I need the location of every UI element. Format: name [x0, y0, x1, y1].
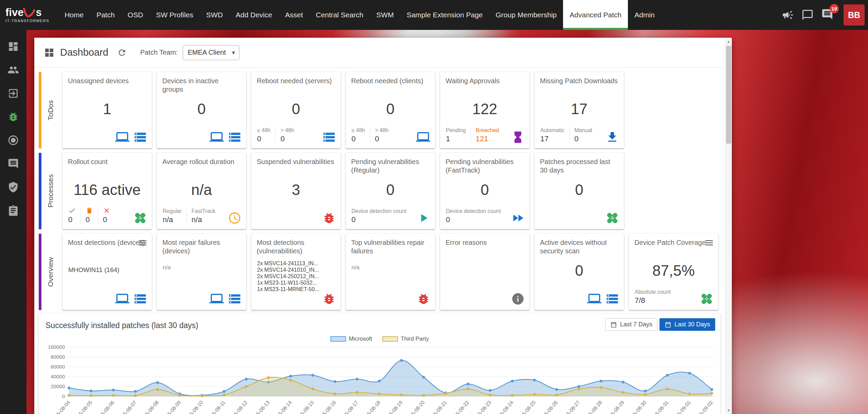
card-missing-patch-downloads[interactable]: Missing Patch Downloads 17 Automatic17 M… [535, 72, 624, 148]
card-menu-icon[interactable] [704, 238, 714, 248]
nav-item-home[interactable]: Home [58, 0, 90, 30]
card-title: Patches processed last 30 days [535, 153, 624, 175]
scrollbar-thumb[interactable] [726, 46, 731, 144]
last-7-days-button[interactable]: Last 7 Days [605, 318, 657, 331]
svg-text:25-08-15: 25-08-15 [297, 399, 315, 414]
card-reboot-needed-clients[interactable]: Reboot needed (clients) 0 ≤ 48h0 > 48h0 [346, 72, 435, 148]
svg-text:25-08-22: 25-08-22 [453, 399, 470, 414]
sidebar-item-exit-to-app[interactable] [0, 82, 26, 105]
nav-item-asset[interactable]: Asset [278, 0, 309, 30]
sidebar-item-security[interactable] [0, 175, 26, 199]
card-error-reasons[interactable]: Error reasons [440, 234, 529, 310]
nav-item-advanced-patch[interactable]: Advanced Patch [563, 0, 628, 30]
nav-item-sw-profiles[interactable]: SW Profiles [149, 0, 200, 30]
card-waiting-approvals[interactable]: Waiting Approvals 122 Pending1 Breached1… [440, 72, 529, 148]
card-most-detections-vulnerabilities[interactable]: Most detections (vulnerabilities) 2x MSV… [251, 234, 341, 310]
server-icon [322, 130, 336, 144]
overview-row: Overview Most detections (devices) MHOWI… [39, 234, 732, 310]
sidebar-item-bug-report[interactable] [0, 105, 26, 128]
last-30-days-label: Last 30 Days [674, 321, 710, 328]
card-patches-processed[interactable]: Patches processed last 30 days 0 [535, 153, 624, 229]
logo-subtitle: IT-TRANSFORMERS [5, 19, 49, 23]
svg-text:80000: 80000 [51, 354, 65, 360]
nav-item-group-membership[interactable]: Group Membership [489, 0, 563, 30]
patch-team-label: Patch Team: [140, 49, 178, 56]
svg-text:25-08-20: 25-08-20 [408, 399, 426, 414]
card-average-rollout-duration[interactable]: Average rollout duration n/a Regularn/a … [157, 153, 246, 229]
card-top-vulnerabilities-repair-failures[interactable]: Top vulnerabilities repair failures n/a [346, 234, 435, 310]
nav-item-swm[interactable]: SWM [370, 0, 400, 30]
nav-item-patch[interactable]: Patch [90, 0, 121, 30]
vulnerability-item: 2x MSVC14-241010_IN... [257, 267, 337, 273]
feedback-icon[interactable] [801, 9, 814, 21]
success-icon [68, 207, 76, 214]
card-reboot-needed-servers[interactable]: Reboot needed (servers) 0 ≤ 48h0 > 48h0 [251, 72, 341, 148]
scroll-down-button[interactable]: ▼ [725, 407, 732, 414]
sidebar-item-people[interactable] [0, 58, 26, 82]
card-pending-vulnerabilities-fasttrack[interactable]: Pending vulnerabilities (FastTrack) 0 De… [440, 153, 529, 229]
card-title: Active devices without security scan [535, 234, 624, 255]
manual-label: Manual [574, 127, 592, 133]
card-devices-inactive-groups[interactable]: Devices in inactive groups 0 [157, 72, 246, 148]
card-active-devices-without-scan[interactable]: Active devices without security scan 0 [535, 234, 624, 310]
svg-text:25-08-16: 25-08-16 [320, 399, 337, 414]
card-suspended-vulnerabilities[interactable]: Suspended vulnerabilities 3 [251, 153, 341, 229]
detection-label: Device detection count [351, 208, 406, 214]
nav-item-add-device[interactable]: Add Device [229, 0, 278, 30]
calendar-icon [665, 321, 671, 328]
last-30-days-button[interactable]: Last 30 Days [659, 318, 715, 331]
download-icon [605, 130, 619, 144]
refresh-icon[interactable] [117, 48, 127, 57]
card-most-repair-failures-devices[interactable]: Most repair failures (devices) n/a [157, 234, 246, 310]
sidebar-item-dashboard[interactable] [0, 35, 26, 58]
nav-item-sample-extension-page[interactable]: Sample Extension Page [400, 0, 489, 30]
overview-row-bar [39, 234, 41, 310]
chart-range-buttons: Last 7 Days Last 30 Days [605, 318, 715, 331]
card-value: 3 [251, 181, 341, 198]
card-pending-vulnerabilities-regular[interactable]: Pending vulnerabilities (Regular) 0 Devi… [346, 153, 435, 229]
card-value: 17 [535, 101, 624, 118]
svg-text:25-08-05: 25-08-05 [76, 399, 93, 414]
nav-item-admin[interactable]: Admin [628, 0, 661, 30]
server-icon [228, 130, 241, 144]
card-menu-icon[interactable] [138, 238, 148, 248]
card-unassigned-devices[interactable]: Unassigned devices 1 [62, 72, 152, 148]
people-icon [7, 64, 19, 76]
bug-icon [417, 292, 430, 306]
card-most-detections-devices[interactable]: Most detections (devices) MHOWIN11 (164) [62, 234, 152, 310]
le48-value: 0 [351, 134, 365, 143]
card-title: Reboot needed (servers) [251, 72, 341, 85]
svg-text:25-08-13: 25-08-13 [253, 399, 271, 414]
card-device-patch-coverage[interactable]: Device Patch Coverage 87,5% Absolute cou… [629, 234, 718, 310]
bug-icon [322, 211, 336, 225]
user-avatar[interactable]: BB [844, 4, 865, 25]
fast-forward-icon [511, 211, 525, 225]
overview-row-side: Overview [39, 234, 62, 310]
sidebar-item-comments[interactable] [0, 152, 26, 175]
panel-scrollbar[interactable]: ▲ ▼ [725, 38, 732, 414]
patch-team-select[interactable]: EMEA Client ▾ [183, 45, 239, 60]
deleted-value: 0 [86, 215, 93, 224]
nav-item-central-search[interactable]: Central Search [309, 0, 370, 30]
announcement-icon[interactable] [782, 9, 794, 21]
svg-text:25-08-14: 25-08-14 [275, 399, 293, 414]
overview-row-label: Overview [47, 257, 55, 287]
clock-icon [228, 211, 241, 225]
svg-text:40000: 40000 [51, 374, 65, 379]
svg-text:25-08-31: 25-08-31 [652, 399, 670, 414]
page-title: Dashboard [60, 47, 108, 58]
messages-button[interactable]: 19 [821, 8, 833, 22]
sidebar-item-record[interactable] [0, 128, 26, 152]
legend-item-third-party[interactable]: Third Party [382, 336, 429, 342]
chart-legend: MicrosoftThird Party [43, 335, 716, 343]
app-logo[interactable]: five s IT-TRANSFORMERS [0, 0, 58, 30]
logo-brand-suffix: s [36, 7, 41, 18]
patch-icon [700, 292, 713, 306]
card-title: Top vulnerabilities repair failures [346, 234, 435, 255]
sidebar-item-tasks[interactable] [0, 199, 26, 222]
scroll-up-button[interactable]: ▲ [725, 38, 732, 45]
nav-item-osd[interactable]: OSD [121, 0, 150, 30]
nav-item-swd[interactable]: SWD [200, 0, 229, 30]
legend-item-microsoft[interactable]: Microsoft [330, 336, 372, 342]
card-rollout-count[interactable]: Rollout count 116 active 0 0 0 [62, 153, 152, 229]
